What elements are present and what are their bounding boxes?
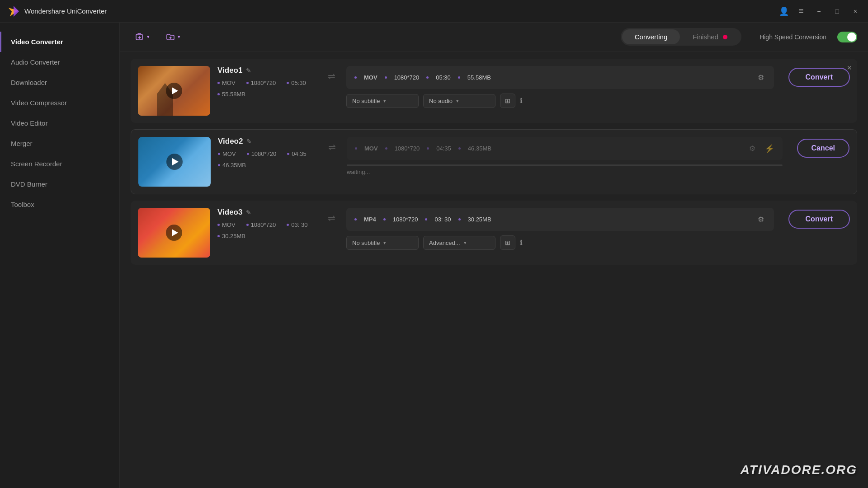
video2-meta: MOV 1080*720 04:35: [218, 150, 317, 169]
app-logo: [7, 5, 20, 18]
video1-play-button[interactable]: [166, 83, 182, 99]
video1-title-row: Video1 ✎: [217, 66, 317, 75]
sidebar-item-audio-converter[interactable]: Audio Converter: [0, 52, 119, 72]
video2-out-format: MOV: [364, 145, 378, 152]
video3-out-duration: 03: 30: [434, 216, 451, 223]
video1-out-format: MOV: [364, 74, 377, 81]
video3-output-bottom: No subtitle ▾ Advanced... ▾ ⊞ ℹ: [346, 235, 774, 250]
video3-shuffle-icon[interactable]: ⇌: [328, 212, 335, 223]
video2-output: MOV 1080*720 04:35 46.35MB ⚙ ⚡: [347, 137, 783, 175]
minimize-button[interactable]: −: [813, 6, 824, 17]
video1-output-config: MOV 1080*720 05:30 55.58MB ⚙: [346, 66, 774, 89]
main-content: ▾ ▾ Converting Finished High: [120, 23, 868, 488]
video3-out-size: 30.25MB: [468, 216, 491, 223]
video1-merge-button[interactable]: ⊞: [500, 94, 515, 108]
video1-out-dot1: [354, 76, 357, 79]
tab-finished[interactable]: Finished: [680, 29, 740, 44]
video1-edit-icon[interactable]: ✎: [246, 67, 251, 74]
video1-out-size: 55.58MB: [467, 74, 491, 81]
video3-output: MP4 1080*720 03: 30 30.25MB ⚙: [346, 208, 774, 250]
video2-lightning-icon: ⚡: [764, 144, 774, 154]
video-card-3: ✂ ⬜ ≡ Video3 ✎: [131, 201, 857, 265]
video1-out-resolution: 1080*720: [394, 74, 420, 81]
video2-out-duration: 04:35: [436, 145, 451, 152]
video1-out-duration: 05:30: [436, 74, 451, 81]
sidebar-item-toolbox[interactable]: Toolbox: [0, 194, 119, 215]
video2-thumb-bg: [138, 137, 211, 187]
video1-duration: 05:30: [287, 80, 306, 86]
add-files-button[interactable]: ▾: [131, 30, 154, 44]
video1-resolution: 1080*720: [246, 80, 276, 86]
tab-converting[interactable]: Converting: [622, 29, 680, 44]
video2-info: Video2 ✎ MOV 1080*720: [218, 137, 317, 171]
video3-size: 30.25MB: [217, 233, 245, 239]
toolbar: ▾ ▾ Converting Finished High: [120, 23, 868, 52]
close-button[interactable]: ×: [850, 6, 861, 17]
video2-cancel-button[interactable]: Cancel: [797, 139, 849, 158]
video1-subtitle-chevron: ▾: [383, 98, 386, 104]
video2-title-row: Video2 ✎: [218, 137, 317, 146]
video3-audio-dropdown[interactable]: Advanced... ▾: [423, 236, 495, 250]
video1-convert-button[interactable]: Convert: [788, 68, 850, 87]
video3-audio-chevron: ▾: [464, 240, 467, 246]
video3-info-button[interactable]: ℹ: [520, 239, 523, 247]
sidebar-item-merger[interactable]: Merger: [0, 133, 119, 154]
video1-audio-dropdown[interactable]: No audio ▾: [423, 94, 495, 108]
sidebar-item-video-compressor[interactable]: Video Compressor: [0, 93, 119, 113]
video1-thumb-bg: [138, 66, 210, 116]
video1-body: Video1 ✎ MOV 1080*720: [217, 66, 850, 108]
svg-marker-1: [14, 6, 19, 17]
video3-format: MOV: [217, 221, 236, 228]
video1-title: Video1: [217, 66, 242, 75]
close-video1-button[interactable]: ×: [847, 63, 852, 73]
video1-shuffle-icon[interactable]: ⇌: [328, 70, 335, 81]
video1-info: Video1 ✎ MOV 1080*720: [217, 66, 317, 100]
video1-res-dot: [246, 82, 249, 84]
video3-subtitle-dropdown[interactable]: No subtitle ▾: [346, 236, 419, 250]
video1-info-button[interactable]: ℹ: [520, 97, 523, 105]
video3-title: Video3: [217, 208, 242, 217]
sidebar-item-dvd-burner[interactable]: DVD Burner: [0, 174, 119, 194]
sidebar-item-downloader[interactable]: Downloader: [0, 72, 119, 93]
video3-merge-button[interactable]: ⊞: [500, 235, 515, 250]
video3-convert-button[interactable]: Convert: [788, 210, 850, 229]
video-card-2: ✂ ⬜ ≡ Video2 ✎: [131, 129, 857, 194]
video1-format: MOV: [217, 80, 236, 86]
video2-body: Video2 ✎ MOV 1080*720: [218, 137, 849, 175]
avatar-icon[interactable]: 👤: [779, 6, 789, 16]
video3-play-button[interactable]: [166, 225, 182, 241]
video1-audio-chevron: ▾: [456, 98, 459, 104]
video2-play-button[interactable]: [166, 154, 183, 170]
app-title: Wondershare UniConverter: [24, 7, 779, 15]
video2-resolution: 1080*720: [247, 150, 277, 157]
video-list: × ✂ ⬜ ≡ Vide: [120, 52, 868, 488]
video3-settings-button[interactable]: ⚙: [756, 214, 766, 225]
video3-edit-icon[interactable]: ✎: [246, 209, 251, 216]
video2-settings-button[interactable]: ⚙: [747, 143, 757, 154]
video2-shuffle-icon[interactable]: ⇌: [328, 141, 336, 152]
video2-edit-icon[interactable]: ✎: [246, 138, 252, 145]
maximize-button[interactable]: □: [831, 6, 842, 17]
video3-out-format: MP4: [364, 216, 376, 223]
video1-thumbnail: ✂ ⬜ ≡: [138, 66, 210, 116]
video3-thumb-bg: [138, 208, 210, 258]
video2-out-resolution: 1080*720: [395, 145, 420, 152]
sidebar-item-video-converter[interactable]: Video Converter: [0, 32, 119, 52]
sidebar-item-screen-recorder[interactable]: Screen Recorder: [0, 154, 119, 174]
video3-shuffle-area: ⇌: [324, 208, 339, 223]
video1-settings-button[interactable]: ⚙: [756, 72, 766, 83]
sidebar-item-video-editor[interactable]: Video Editor: [0, 113, 119, 133]
video1-dur-dot: [287, 82, 289, 84]
video2-out-size: 46.35MB: [468, 145, 491, 152]
add-folder-button[interactable]: ▾: [161, 30, 185, 44]
video3-action: Convert: [781, 208, 850, 229]
video1-subtitle-dropdown[interactable]: No subtitle ▾: [346, 94, 419, 108]
hsc-toggle[interactable]: [837, 32, 857, 42]
video1-action: Convert: [781, 66, 850, 87]
add-folder-icon: [166, 33, 175, 42]
video1-size: 55.58MB: [217, 91, 245, 98]
menu-icon[interactable]: ≡: [796, 6, 806, 16]
video2-format: MOV: [218, 150, 236, 157]
video2-size: 46.35MB: [218, 162, 246, 169]
sidebar: Video Converter Audio Converter Download…: [0, 23, 120, 488]
